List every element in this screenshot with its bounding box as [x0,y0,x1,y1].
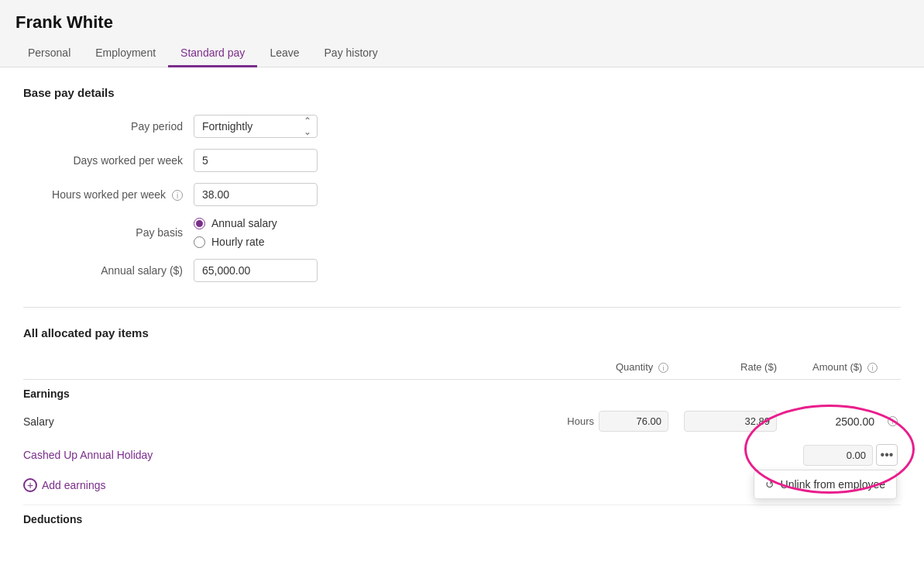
days-worked-input[interactable] [194,149,318,172]
days-worked-label: Days worked per week [23,154,194,167]
pay-basis-row: Pay basis Annual salary Hourly rate [23,217,901,248]
cashed-up-amount: 0.00 [803,445,873,466]
radio-annual-salary[interactable]: Annual salary [194,217,277,229]
pay-items-title: All allocated pay items [23,326,901,339]
salary-info-icon[interactable]: i [888,416,898,426]
tab-pay-history[interactable]: Pay history [312,40,390,67]
deductions-group: Deductions [23,505,901,530]
deductions-title: Deductions [23,505,901,530]
radio-annual-label: Annual salary [211,217,277,229]
tab-standard-pay[interactable]: Standard pay [168,40,257,67]
hours-label: Hours [567,415,594,427]
pay-period-row: Pay period Fortnightly Weekly Monthly ⌃⌄ [23,115,901,138]
add-earnings-label: Add earnings [42,479,106,491]
earnings-group: Earnings Salary Hours 76.00 32.89 2500.0… [23,380,901,505]
quantity-info-icon[interactable]: i [658,363,668,373]
tab-personal[interactable]: Personal [15,40,83,67]
radio-hourly-input[interactable] [194,236,205,248]
radio-hourly-label: Hourly rate [211,236,264,248]
add-earnings-icon: + [23,478,37,492]
annual-salary-input[interactable] [194,259,318,282]
unlink-label: Unlink from employee [781,478,885,491]
radio-hourly-rate[interactable]: Hourly rate [194,236,277,248]
tab-bar: Personal Employment Standard pay Leave P… [15,40,909,67]
cashed-up-name[interactable]: Cashed Up Annual Holiday [23,449,552,461]
salary-hours-value: 76.00 [599,411,668,432]
radio-annual-input[interactable] [194,218,205,229]
salary-amount: 2500.00 [805,415,874,428]
unlink-icon: ↺ [765,478,775,491]
hours-worked-input[interactable] [194,183,318,206]
action-dropdown: ↺ Unlink from employee [754,470,897,499]
ellipsis-icon: ••• [881,448,894,462]
pay-period-label: Pay period [23,120,194,133]
header-amount: Amount ($) i [785,361,901,373]
pay-basis-radio-group: Annual salary Hourly rate [194,217,277,248]
earnings-title: Earnings [23,380,901,405]
section-divider [23,307,901,308]
base-pay-title: Base pay details [23,86,901,99]
tab-employment[interactable]: Employment [83,40,168,67]
unlink-from-employee-item[interactable]: ↺ Unlink from employee [754,470,896,498]
pay-items-header: Quantity i Rate ($) Amount ($) i [23,355,901,380]
salary-name: Salary [23,415,552,428]
hours-info-icon[interactable]: i [172,190,183,201]
tab-leave[interactable]: Leave [257,40,311,67]
annual-salary-label: Annual salary ($) [23,264,194,277]
pay-period-select[interactable]: Fortnightly Weekly Monthly [194,115,318,138]
header-rate: Rate ($) [676,361,785,373]
pay-basis-label: Pay basis [23,226,194,239]
amount-info-icon[interactable]: i [867,363,878,373]
salary-row: Salary Hours 76.00 32.89 2500.00 i [23,405,901,438]
hours-worked-row: Hours worked per week i [23,183,901,206]
hours-worked-label: Hours worked per week i [23,188,194,201]
header-quantity: Quantity i [552,361,676,373]
annual-salary-row: Annual salary ($) [23,259,901,282]
cashed-up-row: Cashed Up Annual Holiday 0.00 ••• ↺ [23,438,901,472]
days-worked-row: Days worked per week [23,149,901,172]
cashed-up-action-button[interactable]: ••• ↺ Unlink from employee [876,444,898,466]
employee-name: Frank White [15,12,909,33]
salary-rate-value: 32.89 [684,411,777,432]
